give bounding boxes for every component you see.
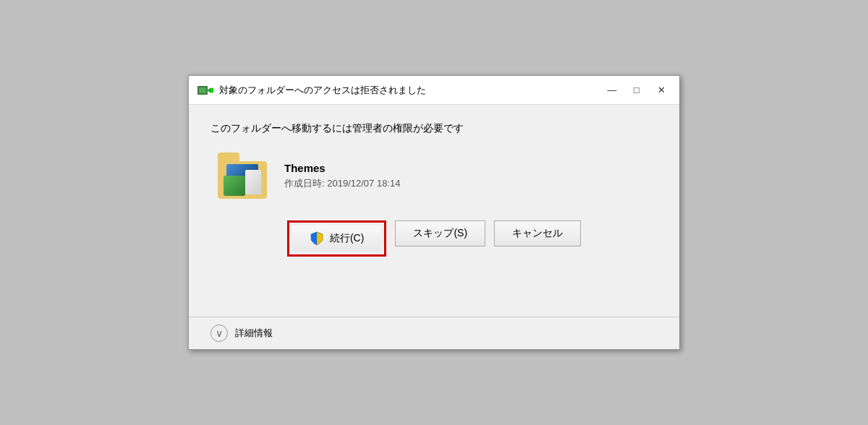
dialog-title: 対象のフォルダーへのアクセスは拒否されました — [219, 84, 603, 97]
continue-button[interactable]: 続行(C) — [292, 226, 381, 252]
svg-rect-1 — [199, 87, 206, 93]
window-icon — [197, 84, 213, 97]
dialog-body: このフォルダーへ移動するには管理者の権限が必要です Themes 作成日時: 2… — [189, 105, 679, 314]
folder-papers — [224, 164, 263, 196]
uac-shield-icon — [310, 231, 324, 246]
cancel-button[interactable]: キャンセル — [494, 220, 581, 246]
continue-button-label: 続行(C) — [330, 232, 364, 245]
continue-button-wrapper: 続行(C) — [287, 220, 386, 257]
dialog-message: このフォルダーへ移動するには管理者の権限が必要です — [210, 122, 658, 135]
skip-button[interactable]: スキップ(S) — [395, 220, 485, 246]
close-button[interactable]: ✕ — [652, 83, 671, 98]
folder-details: Themes 作成日時: 2019/12/07 18:14 — [284, 162, 400, 190]
minimize-button[interactable]: — — [603, 83, 621, 98]
button-row: 続行(C) スキップ(S) キャンセル — [210, 220, 658, 257]
folder-name: Themes — [284, 162, 400, 174]
chevron-down-icon: ∨ — [210, 325, 228, 342]
folder-info: Themes 作成日時: 2019/12/07 18:14 — [218, 153, 658, 199]
folder-date: 作成日時: 2019/12/07 18:14 — [284, 177, 400, 190]
paper-green — [224, 176, 245, 196]
paper-white — [245, 170, 261, 194]
maximize-button[interactable]: □ — [627, 83, 646, 98]
title-bar: 対象のフォルダーへのアクセスは拒否されました — □ ✕ — [189, 76, 679, 105]
details-label: 詳細情報 — [235, 327, 273, 340]
folder-icon — [218, 153, 270, 199]
title-bar-icon — [197, 84, 213, 97]
dialog-window: 対象のフォルダーへのアクセスは拒否されました — □ ✕ このフォルダーへ移動す… — [188, 75, 680, 350]
details-row[interactable]: ∨ 詳細情報 — [189, 317, 679, 349]
title-bar-controls: — □ ✕ — [603, 83, 671, 98]
